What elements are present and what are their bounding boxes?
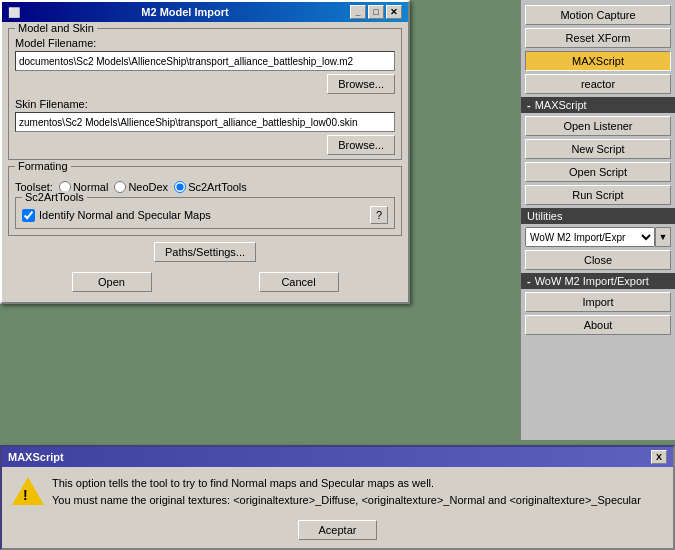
- formatting-title: Formating: [15, 160, 71, 172]
- radio-sc2art[interactable]: [174, 181, 186, 193]
- motion-capture-button[interactable]: Motion Capture: [525, 5, 671, 25]
- dialog-maxscript: MAXScript X ! This option tells the tool…: [0, 445, 675, 550]
- dialog-m2-title-icon: ⬜: [8, 7, 20, 18]
- reactor-button[interactable]: reactor: [525, 74, 671, 94]
- maxscript-collapse-icon[interactable]: -: [527, 99, 531, 111]
- browse-model-button[interactable]: Browse...: [327, 74, 395, 94]
- reset-xform-button[interactable]: Reset XForm: [525, 28, 671, 48]
- maxscript-section-header: - MAXScript: [521, 97, 675, 113]
- aceptar-button[interactable]: Aceptar: [298, 520, 378, 540]
- identify-maps-label: Identify Normal and Specular Maps: [39, 209, 211, 221]
- model-filename-input[interactable]: [15, 51, 395, 71]
- sc2arttools-title: Sc2ArtTools: [22, 191, 87, 203]
- maxscript-dialog-titlebar: MAXScript X: [2, 447, 673, 467]
- import-button[interactable]: Import: [525, 292, 671, 312]
- model-filename-label: Model Filename:: [15, 37, 395, 49]
- radio-sc2art-label[interactable]: Sc2ArtTools: [174, 181, 247, 193]
- question-button[interactable]: ?: [370, 206, 388, 224]
- open-listener-button[interactable]: Open Listener: [525, 116, 671, 136]
- maxscript-line2: You must name the original textures: <or…: [52, 492, 663, 509]
- about-button[interactable]: About: [525, 315, 671, 335]
- skin-filename-input[interactable]: [15, 112, 395, 132]
- browse-skin-button[interactable]: Browse...: [327, 135, 395, 155]
- model-skin-group: Model and Skin Model Filename: Browse...…: [8, 28, 402, 160]
- run-script-button[interactable]: Run Script: [525, 185, 671, 205]
- maximize-button[interactable]: □: [368, 5, 384, 19]
- open-button[interactable]: Open: [72, 272, 152, 292]
- paths-settings-button[interactable]: Paths/Settings...: [154, 242, 256, 262]
- skin-filename-label: Skin Filename:: [15, 98, 395, 110]
- dialog-m2: ⬜ M2 Model Import _ □ ✕ Model and Skin M…: [0, 0, 410, 304]
- dialog-m2-controls: _ □ ✕: [350, 5, 402, 19]
- new-script-button[interactable]: New Script: [525, 139, 671, 159]
- model-skin-title: Model and Skin: [15, 22, 97, 34]
- dialog-m2-title: M2 Model Import: [141, 6, 228, 18]
- identify-maps-checkbox[interactable]: [22, 209, 35, 222]
- maxscript-line1: This option tells the tool to try to fin…: [52, 475, 663, 492]
- maxscript-dialog-title: MAXScript: [8, 451, 64, 463]
- dropdown-arrow-icon[interactable]: ▼: [655, 227, 671, 247]
- cancel-button[interactable]: Cancel: [259, 272, 339, 292]
- formatting-group: Formating Toolset: Normal NeoDex Sc2ArtT…: [8, 166, 402, 236]
- maxscript-button[interactable]: MAXScript: [525, 51, 671, 71]
- radio-neodex-label[interactable]: NeoDex: [114, 181, 168, 193]
- utilities-section-header: Utilities: [521, 208, 675, 224]
- checkbox-row: Identify Normal and Specular Maps ?: [22, 206, 388, 224]
- utilities-dropdown-row: WoW M2 Import/Expr ▼: [525, 227, 671, 247]
- close-button[interactable]: Close: [525, 250, 671, 270]
- wow-section-header: - WoW M2 Import/Export: [521, 273, 675, 289]
- wow-collapse-icon[interactable]: -: [527, 275, 531, 287]
- sc2arttools-group: Sc2ArtTools Identify Normal and Specular…: [15, 197, 395, 229]
- radio-neodex[interactable]: [114, 181, 126, 193]
- maxscript-message: This option tells the tool to try to fin…: [52, 475, 663, 508]
- minimize-button[interactable]: _: [350, 5, 366, 19]
- close-dialog-button[interactable]: ✕: [386, 5, 402, 19]
- warning-icon: !: [12, 475, 44, 507]
- maxscript-close-button[interactable]: X: [651, 450, 667, 464]
- maxscript-body: ! This option tells the tool to try to f…: [2, 467, 673, 516]
- aceptar-row: Aceptar: [2, 516, 673, 548]
- dialog-bottom-row: Open Cancel: [8, 268, 402, 296]
- utilities-dropdown[interactable]: WoW M2 Import/Expr: [525, 227, 655, 247]
- open-script-button[interactable]: Open Script: [525, 162, 671, 182]
- right-panel: Motion Capture Reset XForm MAXScript rea…: [520, 0, 675, 440]
- paths-settings-row: Paths/Settings...: [8, 242, 402, 262]
- dialog-m2-titlebar: ⬜ M2 Model Import _ □ ✕: [2, 2, 408, 22]
